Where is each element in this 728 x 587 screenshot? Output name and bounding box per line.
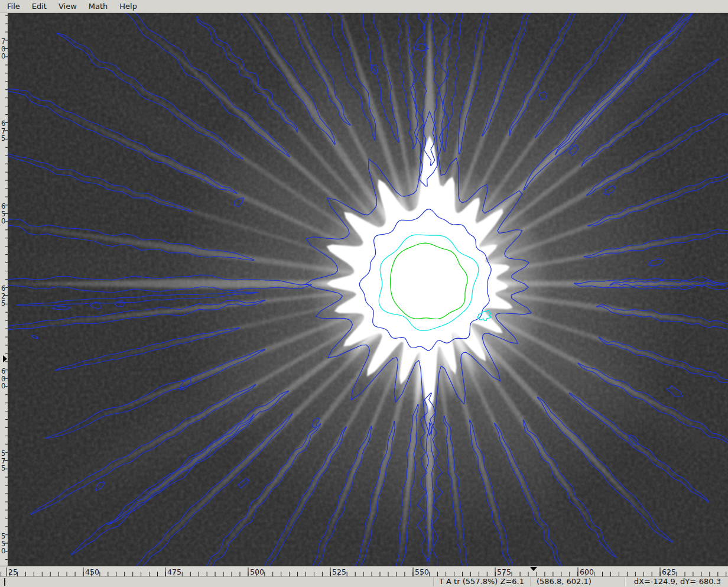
menu-item-view[interactable]: View [53,1,83,12]
menu-item-math[interactable]: Math [83,1,114,12]
status-cursor-pos: (586.8, 602.1) [537,577,592,586]
status-separator [625,578,625,586]
menu-item-help[interactable]: Help [113,1,143,12]
svg-text:0: 0 [1,52,5,60]
status-mode-zoom: T A tr (557.8%) Z=6.1 [439,577,524,586]
vertical-ruler-labels: 700675650625600575550 [1,37,5,555]
status-bar: T A tr (557.8%) Z=6.1 (586.8, 602.1) dX=… [0,576,728,587]
status-separator [433,578,434,586]
svg-text:575: 575 [497,567,511,576]
image-viewport[interactable] [8,13,728,566]
svg-text:0: 0 [1,547,5,555]
y-position-marker-icon [3,355,7,362]
image-viewer-window: FileEditViewMathHelp 7006756506256005755… [0,0,728,587]
svg-text:0: 0 [1,217,5,225]
svg-text:25: 25 [8,567,18,576]
svg-text:625: 625 [662,567,676,576]
menu-bar: FileEditViewMathHelp [0,0,728,13]
vertical-ruler: 700675650625600575550 [0,13,8,566]
svg-text:5: 5 [1,134,5,142]
svg-text:525: 525 [332,567,346,576]
svg-text:475: 475 [167,567,181,576]
svg-text:5: 5 [1,299,5,307]
image-canvas[interactable] [8,13,728,566]
svg-text:500: 500 [250,567,264,576]
menu-item-file[interactable]: File [1,1,26,12]
status-caret [4,578,5,586]
status-delta: dX=-124.9, dY=-680.3 [634,577,721,586]
svg-text:600: 600 [580,567,594,576]
svg-text:550: 550 [415,567,429,576]
menu-item-edit[interactable]: Edit [26,1,53,12]
horizontal-ruler-ticks [1,572,726,577]
svg-text:450: 450 [85,567,99,576]
x-position-marker-icon [530,567,537,571]
horizontal-ruler: 25450475500525550575600625 [0,566,728,576]
svg-text:5: 5 [1,464,5,472]
horizontal-ruler-labels: 25450475500525550575600625 [8,567,676,576]
svg-text:0: 0 [1,382,5,390]
status-separator [530,578,531,586]
